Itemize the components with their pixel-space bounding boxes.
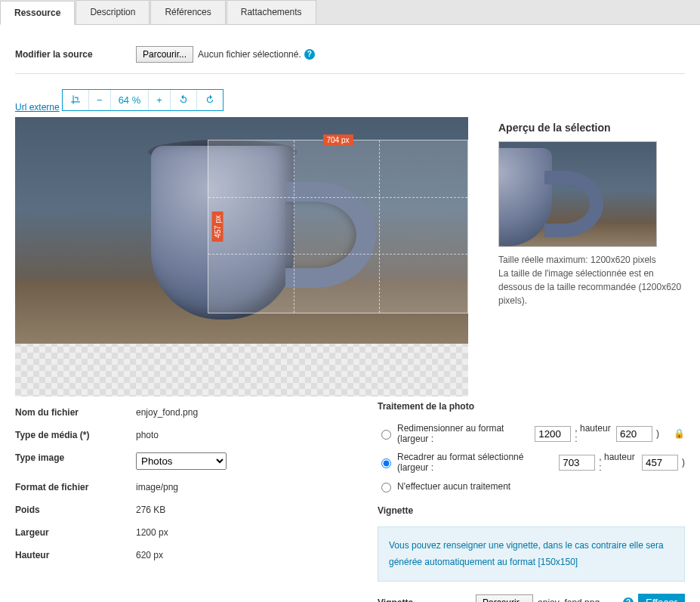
external-url-link[interactable]: Url externe xyxy=(15,102,60,113)
crop-selection[interactable]: 704 px 457 px xyxy=(208,140,468,313)
rotate-ccw-icon xyxy=(178,94,189,105)
rotate-cw-icon xyxy=(205,94,215,105)
noproc-label: N'effectuer aucun traitement xyxy=(397,481,510,492)
preview-warning: La taille de l'image sélectionnée est en… xyxy=(498,267,685,307)
weight-label: Poids xyxy=(15,505,136,515)
resize-height-input[interactable] xyxy=(616,426,652,442)
height-value: 620 px xyxy=(136,550,163,560)
image-toolbar: − 64 % + xyxy=(62,89,224,111)
preview-box xyxy=(498,141,657,247)
browse-source-button[interactable]: Parcourir... xyxy=(136,46,193,63)
resize-width-input[interactable] xyxy=(535,426,571,442)
rotate-cw-button[interactable] xyxy=(197,90,223,110)
crop-width-input[interactable] xyxy=(559,455,595,471)
crop-width-badge: 704 px xyxy=(322,134,353,146)
filename-value: enjoy_fond.png xyxy=(136,407,198,418)
processing-title: Traitement de la photo xyxy=(378,401,685,412)
imagetype-select[interactable]: Photos xyxy=(136,452,227,470)
crop-height-badge: 457 px xyxy=(212,211,224,242)
thumbnail-info: Vous pouvez renseigner une vignette, dan… xyxy=(378,526,685,582)
thumb-filename: enjoy_fond.png xyxy=(538,597,600,602)
crop-height-input[interactable] xyxy=(642,455,678,471)
thumbnail-title: Vignette xyxy=(378,505,685,516)
crop-radio[interactable] xyxy=(381,458,391,468)
source-label: Modifier la source xyxy=(15,49,136,60)
crop-tool-button[interactable] xyxy=(63,90,89,110)
imagetype-label: Type image xyxy=(15,452,136,470)
preview-title: Aperçu de la sélection xyxy=(498,122,685,134)
clear-thumb-button[interactable]: Effacer xyxy=(638,594,685,602)
rotate-ccw-button[interactable] xyxy=(171,90,197,110)
crop-icon xyxy=(70,94,81,105)
crop-label: Recadrer au format sélectionné (largeur … xyxy=(397,452,555,473)
weight-value: 276 KB xyxy=(136,505,165,515)
noproc-radio[interactable] xyxy=(381,483,391,492)
mediatype-value: photo xyxy=(136,430,159,440)
resize-radio[interactable] xyxy=(381,430,391,440)
no-file-text: Aucun fichier sélectionné. xyxy=(198,49,301,60)
tab-bar: Ressource Description Références Rattach… xyxy=(0,0,700,25)
tab-references[interactable]: Références xyxy=(150,0,225,24)
mediatype-label: Type de média (*) xyxy=(15,430,136,440)
zoom-out-button[interactable]: − xyxy=(89,90,111,110)
zoom-in-button[interactable]: + xyxy=(149,90,171,110)
help-icon[interactable]: ? xyxy=(304,49,315,60)
height-label: Hauteur xyxy=(15,550,136,560)
width-value: 1200 px xyxy=(136,527,168,538)
resize-label: Redimensionner au format (largeur : xyxy=(397,423,531,444)
thumb-label: Vignette xyxy=(378,597,476,602)
format-value: image/png xyxy=(136,482,178,492)
tab-resource[interactable]: Ressource xyxy=(0,1,75,25)
image-editor[interactable]: 704 px 457 px xyxy=(15,117,468,397)
width-label: Largeur xyxy=(15,527,136,538)
tab-description[interactable]: Description xyxy=(76,0,150,24)
thumb-help-icon[interactable]: ? xyxy=(623,597,634,602)
browse-thumb-button[interactable]: Parcourir... xyxy=(476,594,533,602)
file-info: Nom du fichierenjoy_fond.png Type de méd… xyxy=(15,401,347,602)
preview-max-size: Taille réelle maximum: 1200x620 pixels xyxy=(498,253,685,267)
format-label: Format de fichier xyxy=(15,482,136,492)
lock-icon[interactable]: 🔒 xyxy=(674,428,685,439)
zoom-level: 64 % xyxy=(111,90,150,110)
filename-label: Nom du fichier xyxy=(15,407,136,418)
tab-attachments[interactable]: Rattachements xyxy=(227,0,316,24)
